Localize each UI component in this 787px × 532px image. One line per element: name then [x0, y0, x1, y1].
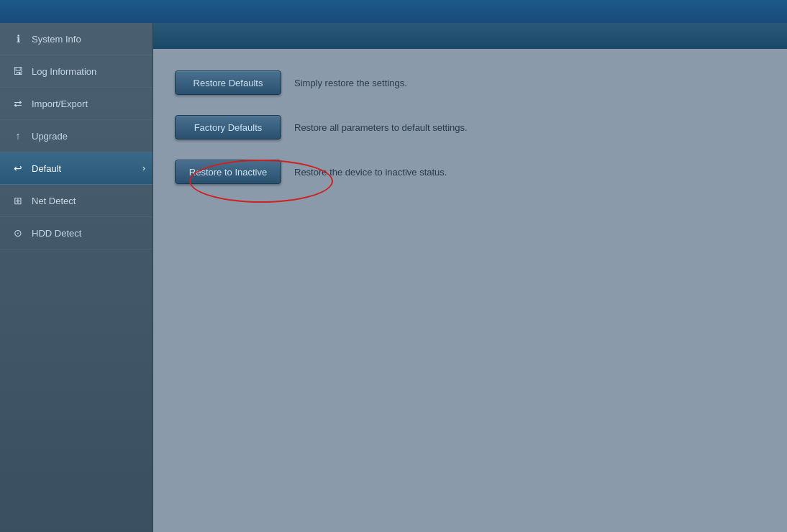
restore-inactive-button[interactable]: Restore to Inactive [175, 160, 281, 184]
factory-defaults-button[interactable]: Factory Defaults [175, 115, 281, 139]
main-layout: ℹSystem Info🖫Log Information⇄Import/Expo… [0, 23, 787, 532]
restore-inactive-description: Restore the device to inactive status. [294, 167, 447, 178]
sidebar-item-hdd-detect[interactable]: ⊙HDD Detect [0, 217, 153, 249]
sidebar-item-label-log-information: Log Information [32, 66, 96, 77]
restore-defaults-button[interactable]: Restore Defaults [175, 70, 281, 95]
sidebar-item-label-upgrade: Upgrade [32, 131, 68, 142]
hdd-detect-icon: ⊙ [12, 227, 24, 239]
sidebar-item-label-net-detect: Net Detect [32, 196, 76, 206]
sidebar-item-default[interactable]: ↩Default› [0, 152, 153, 185]
content-header [153, 23, 787, 49]
sidebar-item-net-detect[interactable]: ⊞Net Detect [0, 185, 153, 217]
system-info-icon: ℹ [12, 33, 24, 45]
sidebar-item-system-info[interactable]: ℹSystem Info [0, 23, 153, 55]
action-row-restore-inactive: Restore to InactiveRestore the device to… [175, 160, 765, 184]
log-information-icon: 🖫 [12, 65, 24, 77]
restore-defaults-description: Simply restore the settings. [294, 78, 407, 88]
upgrade-icon: ↑ [12, 130, 24, 142]
sidebar-item-label-system-info: System Info [32, 34, 81, 45]
sidebar-arrow-default: › [142, 163, 145, 173]
action-row-factory-defaults: Factory DefaultsRestore all parameters t… [175, 115, 765, 139]
sidebar-item-label-import-export: Import/Export [32, 98, 88, 109]
sidebar-item-import-export[interactable]: ⇄Import/Export [0, 88, 153, 120]
import-export-icon: ⇄ [12, 98, 24, 109]
content-area: Restore DefaultsSimply restore the setti… [153, 23, 787, 532]
sidebar: ℹSystem Info🖫Log Information⇄Import/Expo… [0, 23, 153, 532]
default-icon: ↩ [12, 162, 24, 174]
action-row-restore-defaults: Restore DefaultsSimply restore the setti… [175, 70, 765, 95]
sidebar-item-log-information[interactable]: 🖫Log Information [0, 55, 153, 88]
content-body: Restore DefaultsSimply restore the setti… [153, 49, 787, 532]
sidebar-item-label-default: Default [32, 163, 61, 174]
sidebar-item-upgrade[interactable]: ↑Upgrade [0, 120, 153, 152]
sidebar-item-label-hdd-detect: HDD Detect [32, 228, 81, 239]
net-detect-icon: ⊞ [12, 195, 24, 206]
factory-defaults-description: Restore all parameters to default settin… [294, 122, 468, 133]
title-bar [0, 0, 787, 23]
